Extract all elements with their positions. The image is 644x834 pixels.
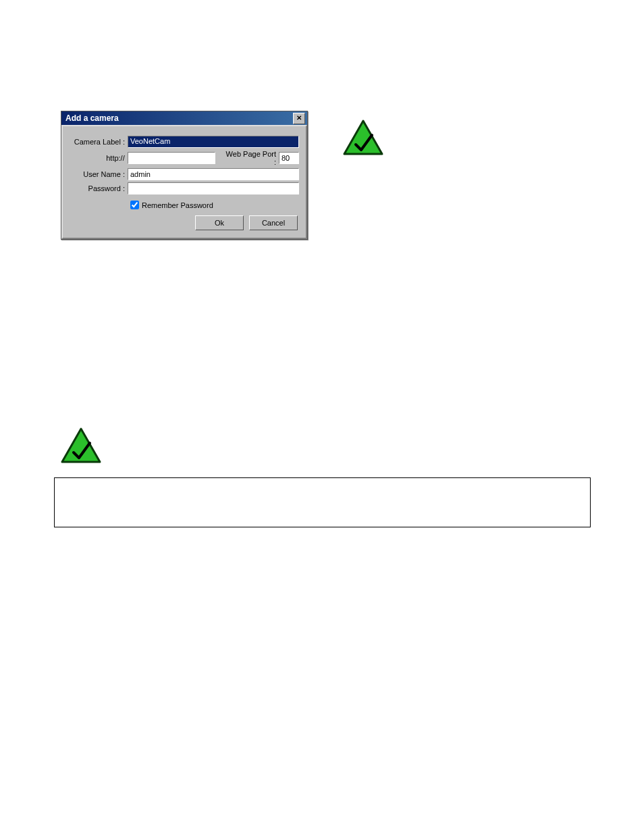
row-username: User Name : bbox=[70, 168, 299, 180]
camera-label-text: Camera Label : bbox=[70, 138, 128, 146]
port-input[interactable] bbox=[279, 152, 299, 164]
button-row: Ok Cancel bbox=[70, 215, 299, 230]
port-label: Web Page Port : bbox=[222, 150, 279, 166]
row-camera-label: Camera Label : VeoNetCam bbox=[70, 136, 299, 148]
row-password: Password : bbox=[70, 182, 299, 194]
remember-row: Remember Password bbox=[128, 199, 299, 211]
close-button[interactable]: ✕ bbox=[293, 113, 305, 124]
username-input[interactable] bbox=[128, 168, 299, 180]
content-box bbox=[54, 477, 591, 527]
dialog-body: Camera Label : VeoNetCam http:// Web Pag… bbox=[61, 125, 307, 239]
ok-button[interactable]: Ok bbox=[195, 215, 244, 230]
password-input[interactable] bbox=[128, 182, 299, 194]
password-label: Password : bbox=[70, 184, 128, 192]
warning-icon bbox=[342, 119, 384, 158]
camera-label-input[interactable]: VeoNetCam bbox=[128, 136, 299, 148]
http-input[interactable] bbox=[128, 152, 215, 164]
username-label: User Name : bbox=[70, 170, 128, 178]
row-http: http:// Web Page Port : bbox=[70, 150, 299, 166]
warning-icon bbox=[60, 427, 102, 466]
add-camera-dialog: Add a camera ✕ Camera Label : VeoNetCam … bbox=[61, 111, 308, 240]
dialog-title: Add a camera bbox=[65, 113, 119, 123]
cancel-button[interactable]: Cancel bbox=[249, 215, 298, 230]
remember-label: Remember Password bbox=[142, 201, 213, 209]
remember-checkbox[interactable] bbox=[130, 201, 139, 209]
dialog-titlebar: Add a camera ✕ bbox=[61, 111, 307, 125]
http-label: http:// bbox=[70, 154, 128, 162]
